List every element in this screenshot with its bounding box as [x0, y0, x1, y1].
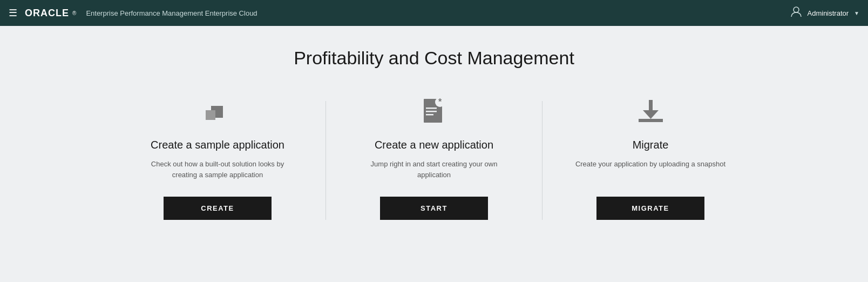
user-menu-dropdown-icon: ▼ — [854, 10, 859, 16]
migrate-card-description: Create your application by uploading a s… — [575, 159, 725, 180]
user-menu[interactable]: Administrator ▼ — [790, 6, 859, 21]
hamburger-menu-icon[interactable]: ☰ — [9, 8, 17, 18]
svg-point-0 — [794, 7, 799, 12]
svg-rect-5 — [426, 111, 437, 112]
migrate-card-title: Migrate — [633, 139, 669, 151]
sample-app-card-description: Check out how a built-out solution looks… — [142, 159, 293, 180]
page-title: Profitability and Cost Management — [294, 48, 574, 69]
sample-app-card-title: Create a sample application — [151, 139, 284, 151]
app-subtitle: Enterprise Performance Management Enterp… — [86, 9, 257, 17]
svg-rect-4 — [426, 108, 437, 109]
registered-mark: ® — [72, 10, 76, 16]
main-content: Profitability and Cost Management Create… — [0, 26, 868, 282]
svg-rect-9 — [639, 119, 663, 122]
migrate-button[interactable]: MIGRATE — [596, 197, 704, 220]
migrate-icon — [632, 96, 669, 128]
svg-marker-12 — [643, 110, 659, 119]
oracle-logo: ORACLE® — [25, 8, 76, 19]
new-app-icon: * — [415, 96, 453, 128]
svg-rect-6 — [426, 114, 433, 116]
admin-username: Administrator — [808, 9, 849, 17]
app-header: ☰ ORACLE® Enterprise Performance Managem… — [0, 0, 868, 26]
header-left: ☰ ORACLE® Enterprise Performance Managem… — [9, 8, 257, 19]
new-app-card-description: Jump right in and start creating your ow… — [358, 159, 510, 180]
divider-2 — [542, 101, 542, 220]
migrate-card: Migrate Create your application by uploa… — [575, 96, 726, 220]
svg-rect-2 — [206, 110, 215, 120]
user-avatar-icon — [790, 6, 802, 21]
new-app-card: * Create a new application Jump right in… — [358, 96, 510, 220]
sample-app-icon — [199, 96, 236, 128]
start-new-app-button[interactable]: START — [380, 197, 488, 220]
new-app-card-title: Create a new application — [375, 139, 493, 151]
svg-text:*: * — [438, 97, 442, 106]
divider-1 — [326, 101, 326, 220]
oracle-wordmark: ORACLE — [25, 8, 69, 19]
cards-container: Create a sample application Check out ho… — [142, 96, 726, 220]
sample-app-card: Create a sample application Check out ho… — [142, 96, 293, 220]
create-sample-button[interactable]: CREATE — [164, 197, 272, 220]
